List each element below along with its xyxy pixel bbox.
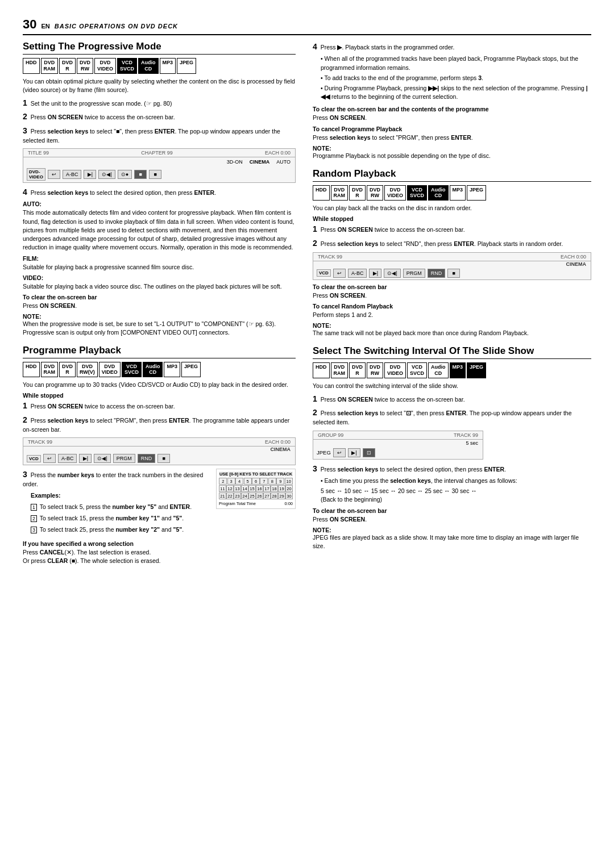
progressive-badges: HDD DVDRAM DVDR DVDRW DVDVIDEO VCDSVCD A… bbox=[23, 58, 296, 74]
ex2: 2 To select track 15, press the number k… bbox=[31, 514, 296, 523]
ctrl-next-rp: ▶| bbox=[369, 269, 381, 278]
ctrl-prev: ⊙◀| bbox=[98, 170, 115, 179]
note-label-rp: NOTE: bbox=[313, 322, 591, 329]
ctrl-abc-rp: A-BC bbox=[348, 269, 367, 278]
ss-step-3: 3 Press selection keys to select the des… bbox=[313, 463, 591, 474]
ctrl-mode: ■ bbox=[134, 170, 147, 179]
badge-dvd-video-rp: DVDVIDEO bbox=[384, 185, 406, 201]
section-slide-show: Select The Switching Interval Of The Sli… bbox=[313, 345, 591, 550]
badge-dvd-rw-pp: DVDRW(V) bbox=[77, 362, 98, 378]
clear-screen-body: Press ON SCREEN. bbox=[313, 114, 591, 122]
film-body: Suitable for playing back a progressive … bbox=[23, 263, 296, 272]
random-onscreen-bar: TRACK 99 EACH 0:00 CINEMA VCD ↩ A-BC ▶| … bbox=[313, 252, 591, 280]
step4-prog: 4 Press ▶. Playback starts in the progra… bbox=[313, 41, 591, 52]
bullet3-prog: During Programme Playback, pressing ▶▶| … bbox=[321, 84, 591, 101]
note-label-prog: NOTE: bbox=[23, 313, 296, 320]
ctrl-next-pp: ▶| bbox=[79, 454, 92, 463]
ctrl-rnd-pp: RND bbox=[138, 454, 156, 463]
bar-track-rp: TRACK 99 bbox=[318, 254, 342, 260]
badge-jpeg-ss: JPEG bbox=[467, 362, 486, 378]
badge-dvd-video: DVDVIDEO bbox=[94, 58, 116, 74]
badge-audio-cd: AudioCD bbox=[138, 58, 159, 74]
grid-title: USE [0-9] KEYS TO SELECT TRACK bbox=[219, 471, 293, 477]
prog-step-1: 1 Set the unit to the progressive scan m… bbox=[23, 97, 296, 108]
random-badges: HDD DVDRAM DVDR DVDRW DVDVIDEO VCDSVCD A… bbox=[313, 185, 591, 201]
grid-row-2: 11 12 13 14 15 16 17 18 19 20 bbox=[219, 485, 293, 492]
badge-dvd-ram-rp: DVDRAM bbox=[331, 185, 349, 201]
step3-area: USE [0-9] KEYS TO SELECT TRACK 2 3 4 5 6… bbox=[23, 469, 296, 537]
badge-audio-cd-pp: AudioCD bbox=[143, 362, 163, 378]
bar-each-pp: EACH 0:00 bbox=[265, 439, 291, 445]
ctrl-repeat-pp: ↩ bbox=[43, 454, 56, 463]
clear-screen-area: To clear the on-screen bar and the conte… bbox=[313, 106, 591, 160]
clear-bar-body-ss: Press ON SCREEN. bbox=[313, 515, 591, 524]
programme-onscreen-bar: TRACK 99 EACH 0:00 CINEMA VCD ↩ A-BC ▶| … bbox=[23, 437, 296, 465]
ex3: 3 To select track 25, press the number k… bbox=[31, 525, 296, 534]
clear-bar-body-rp: Press ON SCREEN. bbox=[313, 291, 591, 300]
ctrl-prev-rp: ⊙◀| bbox=[384, 269, 400, 278]
clear-bar-title-rp: To clear the on-screen bar bbox=[313, 283, 591, 290]
bar-header-prog: TITLE 99 CHAPTER 99 EACH 0:00 bbox=[23, 149, 295, 157]
video-body: Suitable for playing back a video source… bbox=[23, 282, 296, 291]
bar-track-jpeg: TRACK 99 bbox=[454, 432, 478, 438]
badge-dvd-r-rp: DVDR bbox=[349, 185, 366, 201]
badge-vcd-svcd-ss: VCDSVCD bbox=[407, 362, 427, 378]
ctrl-repeat-rp: ↩ bbox=[333, 269, 346, 278]
clear-bar-title-ss: To clear the on-screen bar bbox=[313, 507, 591, 514]
badge-dvd-video-ss: DVDVIDEO bbox=[384, 362, 406, 378]
note-body-rp: The same track will not be played back m… bbox=[313, 329, 591, 337]
bar-cinema-pp: CINEMA bbox=[23, 446, 295, 452]
random-body: You can play back all the tracks on the … bbox=[313, 204, 591, 212]
wrong-selection-body: Press CANCEL(✕). The last selection is e… bbox=[23, 548, 296, 565]
ctrl-rec: ⊙● bbox=[118, 170, 132, 179]
section-random-playback: Random Playback HDD DVDRAM DVDR DVDRW DV… bbox=[313, 168, 591, 338]
ss-step-2: 2 Press selection keys to select "⊡", th… bbox=[313, 407, 591, 427]
badge-dvd-ram-ss: DVDRAM bbox=[331, 362, 349, 378]
page-header: 30 EN BASIC OPERATIONS ON DVD DECK bbox=[23, 17, 591, 35]
section-programme-playback: Programme Playback HDD DVDRAM DVDR DVDRW… bbox=[23, 345, 296, 565]
prog-step-4: 4 Press selection keys to select the des… bbox=[23, 186, 296, 198]
page-section-title: BASIC OPERATIONS ON DVD DECK bbox=[55, 23, 178, 30]
cancel-prog-body: Press selection keys to select "PRGM", t… bbox=[313, 133, 591, 142]
badge-mp3-ss: MP3 bbox=[450, 362, 466, 378]
ctrl-interval: ⊡ bbox=[363, 448, 375, 457]
badge-dvd-r-ss: DVDR bbox=[349, 362, 366, 378]
bullet1-prog: When all of the programmed tracks have b… bbox=[321, 55, 591, 72]
ctrl-prev-pp: ⊙◀| bbox=[94, 454, 110, 463]
badge-dvd-r-pp: DVDR bbox=[59, 362, 76, 378]
grid-total-value: 0:00 bbox=[284, 501, 293, 506]
clear-bar-body-prog: Press ON SCREEN. bbox=[23, 302, 296, 310]
badge-dvd-rw-ss: DVDRW bbox=[367, 362, 383, 378]
ctrl-next-jpeg: ▶| bbox=[348, 448, 360, 457]
clear-screen-title: To clear the on-screen bar and the conte… bbox=[313, 106, 591, 112]
badge-mp3: MP3 bbox=[160, 58, 176, 74]
badge-jpeg-pp: JPEG bbox=[181, 362, 201, 378]
prog-step-2: 2 Press ON SCREEN twice to access the on… bbox=[23, 111, 296, 122]
bar-group-jpeg: GROUP 99 bbox=[318, 432, 343, 438]
option-3d-on: 3D-ON bbox=[227, 159, 243, 165]
badge-mp3-rp: MP3 bbox=[450, 185, 466, 201]
jpeg-label: JPEG bbox=[317, 449, 331, 456]
note-label-ss: NOTE: bbox=[313, 527, 591, 533]
badge-vcd-svcd-pp: VCDSVCD bbox=[122, 362, 142, 378]
bar-controls-jpeg: JPEG ↩ ▶| ⊡ bbox=[313, 446, 483, 459]
badge-dvd-rw: DVDRW bbox=[77, 58, 93, 74]
badge-audio-cd-rp: AudioCD bbox=[428, 185, 449, 201]
bar-title: TITLE 99 bbox=[28, 150, 49, 156]
film-label: FILM: bbox=[23, 255, 296, 262]
note-body-ss: JPEG files are played back as a slide sh… bbox=[313, 533, 591, 550]
bar-each: EACH 0:00 bbox=[265, 150, 291, 156]
slideshow-body: You can control the switching interval o… bbox=[313, 382, 591, 390]
badge-hdd-rp: HDD bbox=[313, 185, 330, 201]
bar-sec: 5 sec bbox=[313, 440, 483, 446]
grid-row-3: 21 22 23 24 25 26 27 28 29 30 bbox=[219, 493, 293, 499]
ctrl-prgm-rp: PRGM bbox=[403, 269, 425, 278]
bar-header-pp: TRACK 99 EACH 0:00 bbox=[23, 438, 295, 446]
pp-step-2: 2 Press selection keys to select "PRGM",… bbox=[23, 414, 296, 435]
bullet2-prog: To add tracks to the end of the programm… bbox=[321, 74, 591, 82]
ss-step-1: 1 Press ON SCREEN twice to access the on… bbox=[313, 393, 591, 404]
dvd-video-label: DVD-VIDEO bbox=[27, 168, 45, 181]
progressive-onscreen-bar: TITLE 99 CHAPTER 99 EACH 0:00 3D-ON CINE… bbox=[23, 148, 296, 183]
badge-hdd-ss: HDD bbox=[313, 362, 330, 378]
page-number: 30 bbox=[23, 17, 36, 32]
